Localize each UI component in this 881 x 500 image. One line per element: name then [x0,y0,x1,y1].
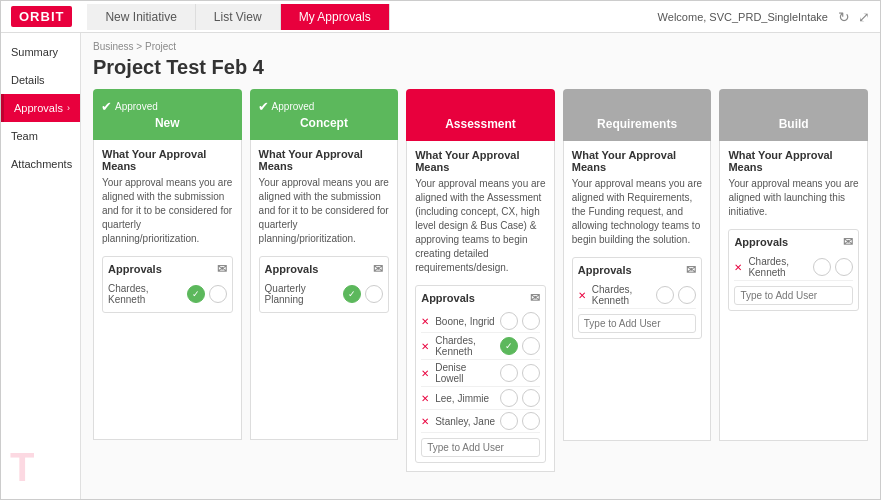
x-icon: ✕ [421,341,429,352]
approver-status-empty [522,364,540,382]
col-header-assessment: Assessment [406,89,555,141]
approver-name: Chardes, Kenneth [592,284,653,306]
approval-means-text-concept: Your approval means you are aligned with… [259,176,390,246]
sidebar-label-summary: Summary [11,46,58,58]
approver-status-empty [500,364,518,382]
col-body-new: What Your Approval Means Your approval m… [93,140,242,440]
approver-row: ✕ Stanley, Jane [421,410,540,433]
add-user-input-assessment[interactable] [421,438,540,457]
mail-icon-requirements[interactable]: ✉ [686,263,696,277]
approver-row: ✕ Chardes, Kenneth [578,282,697,309]
approver-status-empty [678,286,696,304]
approver-row: ✕ Boone, Ingrid [421,310,540,333]
approver-row: Quarterly Planning ✓ [265,281,384,307]
x-icon: ✕ [578,290,586,301]
sidebar-label-team: Team [11,130,38,142]
approval-means-title-new: What Your Approval Means [102,148,233,172]
mail-icon-assessment[interactable]: ✉ [530,291,540,305]
col-status-new: ✔ Approved [101,99,234,114]
approver-name: Quarterly Planning [265,283,340,305]
add-user-input-requirements[interactable] [578,314,697,333]
nav-tabs: New Initiative List View My Approvals [87,4,389,30]
approver-status-empty [835,258,853,276]
approver-status-empty [500,389,518,407]
approver-row: Chardes, Kenneth ✓ [108,281,227,307]
tab-list-view[interactable]: List View [196,4,281,30]
kanban-col-build: Build What Your Approval Means Your appr… [719,89,868,472]
sidebar-item-attachments[interactable]: Attachments [1,150,80,178]
col-status-label-concept: Approved [272,101,315,112]
sidebar-item-details[interactable]: Details [1,66,80,94]
col-status-label-new: Approved [115,101,158,112]
kanban-col-concept: ✔ Approved Concept What Your Approval Me… [250,89,399,472]
col-header-concept: ✔ Approved Concept [250,89,399,140]
approvals-header-new: Approvals ✉ [108,262,227,276]
page-header: Project Test Feb 4 [93,56,868,79]
approvals-label-concept: Approvals [265,263,319,275]
approver-status-empty [522,312,540,330]
sidebar-label-details: Details [11,74,45,86]
x-icon: ✕ [421,416,429,427]
share-icon[interactable]: ⤢ [858,9,870,25]
approver-status-empty [522,337,540,355]
col-label-assessment: Assessment [445,117,516,131]
approvals-label-build: Approvals [734,236,788,248]
refresh-icon[interactable]: ↻ [838,9,850,25]
kanban-board: ✔ Approved New What Your Approval Means … [93,89,868,472]
approvals-label-requirements: Approvals [578,264,632,276]
col-header-requirements: Requirements [563,89,712,141]
sidebar-item-team[interactable]: Team [1,122,80,150]
approver-status-approved: ✓ [187,285,205,303]
x-icon: ✕ [421,316,429,327]
approver-row: ✕ Lee, Jimmie [421,387,540,410]
sidebar: Summary Details Approvals › Team Attachm… [1,33,81,500]
kanban-col-requirements: Requirements What Your Approval Means Yo… [563,89,712,472]
main-content: Business > Project Project Test Feb 4 ✔ … [81,33,880,500]
tab-my-approvals[interactable]: My Approvals [281,4,390,30]
approver-status-empty [500,412,518,430]
sidebar-item-approvals[interactable]: Approvals › [1,94,80,122]
x-icon: ✕ [421,393,429,404]
approvals-header-build: Approvals ✉ [734,235,853,249]
approver-status-empty [522,412,540,430]
approver-name: Chardes, Kenneth [435,335,496,357]
approval-means-title-build: What Your Approval Means [728,149,859,173]
approver-status-empty [209,285,227,303]
sidebar-label-attachments: Attachments [11,158,72,170]
approvals-section-concept: Approvals ✉ Quarterly Planning ✓ [259,256,390,313]
approver-row: ✕ Chardes, Kenneth [734,254,853,281]
approver-status-approved: ✓ [500,337,518,355]
approver-row: ✕ Chardes, Kenneth ✓ [421,333,540,360]
approvals-header-requirements: Approvals ✉ [578,263,697,277]
approvals-label-new: Approvals [108,263,162,275]
mail-icon-new[interactable]: ✉ [217,262,227,276]
approver-status-empty [522,389,540,407]
approver-status-empty [813,258,831,276]
col-body-build: What Your Approval Means Your approval m… [719,141,868,441]
mail-icon-build[interactable]: ✉ [843,235,853,249]
header: ORBIT New Initiative List View My Approv… [1,1,880,33]
tab-new-initiative[interactable]: New Initiative [87,4,195,30]
approvals-section-requirements: Approvals ✉ ✕ Chardes, Kenneth [572,257,703,339]
approver-name: Chardes, Kenneth [748,256,809,278]
approval-means-title-requirements: What Your Approval Means [572,149,703,173]
col-label-new: New [155,116,180,130]
approval-means-title-concept: What Your Approval Means [259,148,390,172]
layout: Summary Details Approvals › Team Attachm… [1,33,880,500]
sidebar-item-summary[interactable]: Summary [1,38,80,66]
approval-means-text-new: Your approval means you are aligned with… [102,176,233,246]
col-header-build: Build [719,89,868,141]
approvals-section-assessment: Approvals ✉ ✕ Boone, Ingrid ✕ Chardes, K… [415,285,546,463]
col-body-requirements: What Your Approval Means Your approval m… [563,141,712,441]
approver-row: ✕ Denise Lowell [421,360,540,387]
approvals-section-new: Approvals ✉ Chardes, Kenneth ✓ [102,256,233,313]
approver-status-empty [365,285,383,303]
col-label-requirements: Requirements [597,117,677,131]
col-status-concept: ✔ Approved [258,99,391,114]
approval-means-text-requirements: Your approval means you are aligned with… [572,177,703,247]
col-header-new: ✔ Approved New [93,89,242,140]
col-label-concept: Concept [300,116,348,130]
add-user-input-build[interactable] [734,286,853,305]
welcome-text: Welcome, SVC_PRD_SingleIntake [658,11,828,23]
mail-icon-concept[interactable]: ✉ [373,262,383,276]
